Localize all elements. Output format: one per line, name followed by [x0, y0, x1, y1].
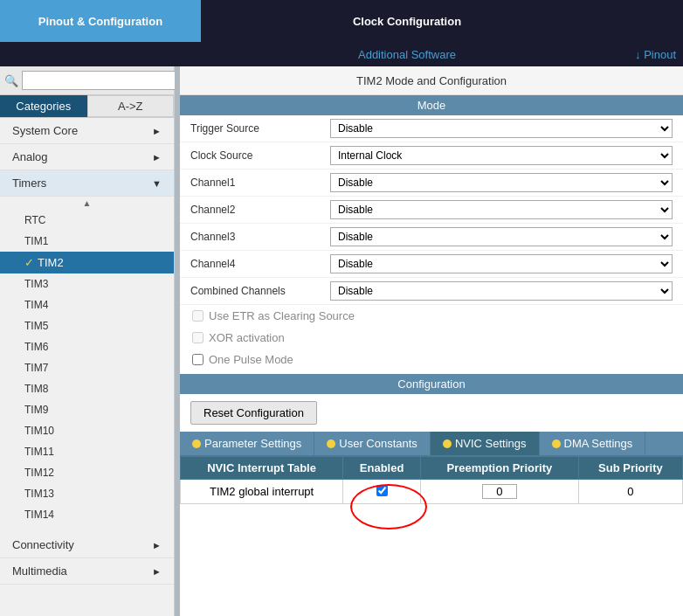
- content-area: TIM2 Mode and Configuration Mode Trigger…: [180, 66, 683, 616]
- sidebar-sub-tim5[interactable]: TIM5: [0, 315, 174, 336]
- sidebar-sub-tim8[interactable]: TIM8: [0, 378, 174, 399]
- sidebar-sub-tim6[interactable]: TIM6: [0, 336, 174, 357]
- combined-channels-row: Combined Channels Disable: [180, 278, 683, 305]
- channel4-row: Channel4 Disable: [180, 251, 683, 278]
- chevron-right-icon: ►: [152, 152, 162, 163]
- tab-nvic-settings[interactable]: NVIC Settings: [431, 432, 540, 455]
- sidebar-sub-tim4[interactable]: TIM4: [0, 294, 174, 315]
- channel3-select[interactable]: Disable: [330, 227, 673, 246]
- sidebar-sub-tim14[interactable]: TIM14: [0, 504, 174, 525]
- nvic-table: NVIC Interrupt Table Enabled Preemption …: [180, 456, 683, 504]
- nvic-row-sub: 0: [578, 480, 682, 504]
- sidebar-sub-tim1[interactable]: TIM1: [0, 231, 174, 252]
- clock-source-row: Clock Source Internal Clock: [180, 142, 683, 170]
- sidebar-tab-bar: Categories A->Z: [0, 95, 174, 118]
- tab-az[interactable]: A->Z: [87, 95, 175, 117]
- mode-section-header: Mode: [180, 95, 683, 115]
- pinout-config-header[interactable]: Pinout & Configuration: [0, 0, 201, 42]
- xor-label: XOR activation: [209, 331, 285, 344]
- channel2-row: Channel2 Disable: [180, 197, 683, 224]
- sidebar-sub-tim10[interactable]: TIM10: [0, 420, 174, 441]
- channel1-select[interactable]: Disable: [330, 173, 673, 192]
- tab-dma-settings[interactable]: DMA Settings: [540, 432, 646, 455]
- sidebar-item-system-core[interactable]: System Core ►: [0, 118, 174, 144]
- nvic-col-preemption: Preemption Priority: [420, 457, 578, 480]
- reset-config-button[interactable]: Reset Configuration: [190, 401, 317, 425]
- tab-dot-nvic: [443, 440, 452, 448]
- sidebar-scroll[interactable]: System Core ► Analog ► Timers ▼ ▲ RTC TI…: [0, 118, 174, 616]
- nvic-col-name: NVIC Interrupt Table: [181, 457, 343, 480]
- nvic-col-enabled: Enabled: [343, 457, 421, 480]
- sidebar-sub-tim9[interactable]: TIM9: [0, 399, 174, 420]
- nvic-col-sub: Sub Priority: [578, 457, 682, 480]
- table-row: TIM2 global interrupt 0: [181, 480, 683, 504]
- header-right: [613, 0, 683, 42]
- channel4-select[interactable]: Disable: [330, 254, 673, 273]
- search-input[interactable]: [22, 71, 177, 90]
- tab-parameter-settings[interactable]: Parameter Settings: [180, 432, 314, 455]
- etr-label: Use ETR as Clearing Source: [209, 309, 355, 322]
- nvic-row-name: TIM2 global interrupt: [181, 480, 343, 504]
- xor-checkbox[interactable]: [192, 332, 204, 343]
- tab-dot-dma: [552, 440, 561, 448]
- tab-user-constants[interactable]: User Constants: [314, 432, 431, 455]
- xor-checkbox-row: XOR activation: [180, 327, 683, 349]
- clock-source-select[interactable]: Internal Clock: [330, 146, 673, 165]
- combined-channels-select[interactable]: Disable: [330, 281, 673, 301]
- trigger-source-label: Trigger Source: [190, 122, 330, 135]
- sidebar-sub-tim3[interactable]: TIM3: [0, 273, 174, 294]
- channel1-row: Channel1 Disable: [180, 170, 683, 197]
- chevron-right-icon: ►: [152, 540, 162, 550]
- channel2-select[interactable]: Disable: [330, 200, 673, 219]
- nvic-row-preemption[interactable]: [420, 480, 578, 504]
- sidebar-sub-tim11[interactable]: TIM11: [0, 441, 174, 462]
- onepulse-label: One Pulse Mode: [209, 353, 293, 366]
- sidebar-item-multimedia[interactable]: Multimedia ►: [0, 558, 174, 585]
- sidebar-sub-tim12[interactable]: TIM12: [0, 462, 174, 483]
- clock-config-header[interactable]: Clock Configuration: [201, 0, 613, 42]
- sidebar-sub-tim7[interactable]: TIM7: [0, 357, 174, 378]
- onepulse-checkbox-row: One Pulse Mode: [180, 349, 683, 370]
- scroll-up-arrow[interactable]: ▲: [0, 197, 174, 210]
- sidebar-item-connectivity[interactable]: Connectivity ►: [0, 532, 174, 558]
- etr-checkbox[interactable]: [192, 310, 204, 322]
- trigger-source-select[interactable]: Disable: [330, 119, 673, 138]
- chevron-right-icon: ►: [152, 126, 162, 136]
- config-section-header: Configuration: [180, 374, 683, 394]
- trigger-source-row: Trigger Source Disable: [180, 115, 683, 142]
- channel3-row: Channel3 Disable: [180, 224, 683, 251]
- config-section: Configuration Reset Configuration Parame…: [180, 374, 683, 504]
- chevron-right-icon: ►: [152, 566, 162, 577]
- channel2-label: Channel2: [190, 204, 330, 216]
- pinout-header-label: Pinout & Configuration: [38, 15, 162, 28]
- channel1-label: Channel1: [190, 176, 330, 189]
- additional-software-link[interactable]: Additional Software: [201, 48, 613, 61]
- etr-checkbox-row: Use ETR as Clearing Source: [180, 305, 683, 327]
- sidebar-sub-rtc[interactable]: RTC: [0, 210, 174, 231]
- tab-categories[interactable]: Categories: [0, 95, 87, 117]
- nvic-row-enabled[interactable]: [343, 480, 421, 504]
- chevron-down-icon: ▼: [152, 178, 162, 189]
- sidebar-item-analog[interactable]: Analog ►: [0, 144, 174, 170]
- channel3-label: Channel3: [190, 231, 330, 243]
- combined-channels-label: Combined Channels: [190, 285, 330, 297]
- clock-source-label: Clock Source: [190, 149, 330, 162]
- sidebar-item-timers[interactable]: Timers ▼: [0, 170, 174, 197]
- clock-header-label: Clock Configuration: [353, 15, 461, 28]
- config-tabs-bar: Parameter Settings User Constants NVIC S…: [180, 432, 683, 456]
- content-title: TIM2 Mode and Configuration: [180, 66, 683, 95]
- sidebar-sub-tim13[interactable]: TIM13: [0, 483, 174, 504]
- pinout-link[interactable]: ↓ Pinout: [613, 48, 683, 61]
- sidebar-search-bar: 🔍 ⚙: [0, 66, 174, 95]
- preemption-input[interactable]: [482, 484, 517, 499]
- tab-dot-parameter: [192, 440, 201, 448]
- onepulse-checkbox[interactable]: [192, 354, 204, 365]
- tab-dot-user-constants: [327, 440, 335, 448]
- channel4-label: Channel4: [190, 258, 330, 270]
- nvic-enabled-checkbox[interactable]: [376, 485, 388, 496]
- search-icon: 🔍: [4, 74, 18, 87]
- sidebar-sub-tim2[interactable]: ✓ TIM2: [0, 252, 174, 273]
